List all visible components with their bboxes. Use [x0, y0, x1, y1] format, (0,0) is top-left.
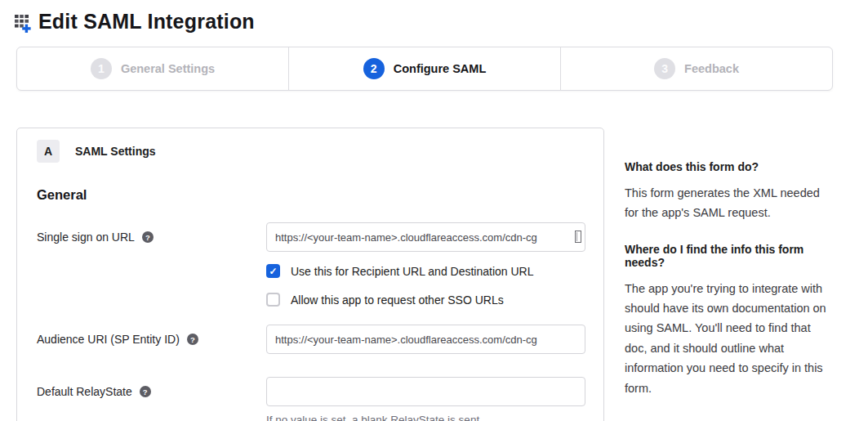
- page-title: Edit SAML Integration: [38, 10, 255, 34]
- sidebar-question-2: Where do I find the info this form needs…: [625, 243, 829, 269]
- app-grid-plus-icon: [12, 11, 34, 33]
- panel-section-title: SAML Settings: [75, 145, 156, 158]
- field-label-group: Default RelayState ?: [37, 377, 266, 398]
- input-wrap: [266, 222, 585, 252]
- step-number-badge: 1: [91, 58, 112, 79]
- sidebar-answer-1: This form generates the XML needed for t…: [625, 183, 829, 223]
- general-group-heading: General: [37, 187, 584, 203]
- step-general-settings[interactable]: 1 General Settings: [17, 47, 288, 90]
- recipient-url-checkbox-label: Use this for Recipient URL and Destinati…: [291, 265, 534, 278]
- help-icon[interactable]: ?: [187, 334, 198, 345]
- audience-uri-input[interactable]: [266, 325, 585, 354]
- other-sso-urls-checkbox-row[interactable]: Allow this app to request other SSO URLs: [266, 293, 585, 307]
- help-icon[interactable]: ?: [142, 231, 154, 243]
- panel-header: A SAML Settings: [37, 140, 584, 163]
- sidebar-answer-2: The app you're trying to integrate with …: [625, 279, 829, 398]
- checkbox-checked: ✓: [266, 264, 280, 278]
- content-area: A SAML Settings General Single sign on U…: [16, 128, 868, 421]
- single-sign-on-url-label: Single sign on URL: [37, 231, 135, 244]
- relaystate-hint-text: If no value is set, a blank RelayState i…: [266, 414, 585, 421]
- step-number-badge: 2: [363, 58, 385, 79]
- field-input-group: ✓ Use this for Recipient URL and Destina…: [266, 222, 585, 307]
- step-configure-saml[interactable]: 2 Configure SAML: [288, 47, 560, 90]
- input-wrap: [266, 325, 585, 354]
- input-wrap: [266, 377, 585, 406]
- field-label-group: Audience URI (SP Entity ID) ?: [37, 325, 266, 346]
- section-a-badge: A: [37, 140, 60, 163]
- audience-uri-row: Audience URI (SP Entity ID) ?: [37, 325, 584, 354]
- page-header: Edit SAML Integration: [0, 0, 868, 36]
- checkbox-unchecked: [266, 293, 280, 307]
- default-relaystate-input[interactable]: [266, 377, 585, 406]
- sidebar-question-1: What does this form do?: [625, 160, 829, 173]
- step-label: General Settings: [121, 62, 215, 75]
- step-label: Configure SAML: [394, 62, 487, 75]
- step-number-badge: 3: [654, 58, 675, 79]
- step-label: Feedback: [684, 62, 739, 75]
- help-sidebar: What does this form do? This form genera…: [625, 128, 829, 418]
- audience-uri-label: Audience URI (SP Entity ID): [37, 333, 180, 346]
- other-sso-urls-checkbox-label: Allow this app to request other SSO URLs: [291, 293, 504, 307]
- single-sign-on-url-row: Single sign on URL ? ✓ Use this for Reci…: [37, 222, 584, 307]
- step-feedback[interactable]: 3 Feedback: [560, 47, 832, 90]
- field-input-group: If no value is set, a blank RelayState i…: [266, 377, 585, 421]
- text-cursor: [575, 231, 581, 243]
- checkmark-icon: ✓: [269, 266, 277, 276]
- field-input-group: [266, 325, 585, 354]
- field-label-group: Single sign on URL ?: [37, 222, 266, 244]
- default-relaystate-label: Default RelayState: [37, 385, 132, 398]
- saml-settings-panel: A SAML Settings General Single sign on U…: [16, 128, 604, 421]
- help-icon[interactable]: ?: [140, 386, 151, 397]
- step-wizard: 1 General Settings 2 Configure SAML 3 Fe…: [16, 47, 833, 91]
- recipient-url-checkbox-row[interactable]: ✓ Use this for Recipient URL and Destina…: [266, 264, 585, 278]
- single-sign-on-url-input[interactable]: [266, 222, 585, 252]
- default-relaystate-row: Default RelayState ? If no value is set,…: [37, 377, 584, 421]
